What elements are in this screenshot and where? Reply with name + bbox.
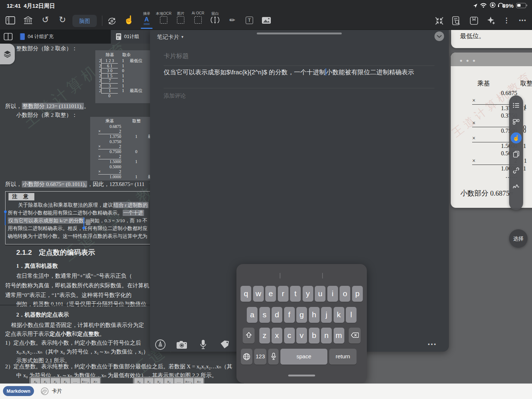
margin-icon[interactable] <box>211 16 219 26</box>
key-u[interactable]: u <box>315 286 325 302</box>
more-horizontal-icon[interactable]: ••• <box>519 17 527 23</box>
doc-search-icon[interactable] <box>452 16 460 27</box>
card-mode-label[interactable]: 卡片 <box>52 388 62 395</box>
popup-more-icon[interactable]: ••• <box>428 341 437 347</box>
selection-handle-end[interactable] <box>82 227 85 229</box>
card-col-header: 乘基 <box>477 79 490 88</box>
popup-title[interactable]: 笔记卡片 ▼ <box>157 34 184 41</box>
sync-icon[interactable] <box>107 16 117 27</box>
mindmap-button[interactable]: 脑图 <box>72 15 97 27</box>
paperclip-icon[interactable] <box>41 387 49 397</box>
space-key[interactable]: space <box>280 349 327 365</box>
redo-icon[interactable]: ↻ <box>59 15 66 25</box>
ai-ocr-icon[interactable] <box>194 16 202 25</box>
clock: 12:41 <box>7 3 21 9</box>
location-icon <box>473 3 478 10</box>
selection-menu-widget[interactable] <box>86 219 91 225</box>
card-title-bar[interactable]: ● ● ● <box>451 53 532 66</box>
wifi-icon <box>480 3 487 9</box>
key-p[interactable]: p <box>352 286 363 302</box>
collapse-card-button[interactable] <box>434 31 444 41</box>
shift-key[interactable] <box>243 328 255 344</box>
key-h[interactable]: h <box>309 307 320 323</box>
card-tool-pill[interactable]: ☝ <box>509 95 523 210</box>
key-k[interactable]: k <box>334 307 344 323</box>
key-c[interactable]: c <box>284 328 295 344</box>
comment-input[interactable]: 添加评论 <box>164 92 186 99</box>
panels-icon[interactable] <box>6 16 15 26</box>
undo-icon[interactable]: ↺ <box>42 15 49 25</box>
key-o[interactable]: o <box>340 286 350 302</box>
split-view-icon[interactable] <box>4 33 13 42</box>
markdown-toggle-button[interactable]: Markdown <box>3 386 34 396</box>
copy-icon[interactable] <box>511 149 522 160</box>
camera-icon[interactable] <box>176 339 188 351</box>
key-j[interactable]: j <box>321 307 332 323</box>
key-x[interactable]: x <box>272 328 282 344</box>
selection-handle-end-stem[interactable] <box>83 217 84 227</box>
ai-sparkles-icon[interactable] <box>487 16 496 27</box>
key-m[interactable]: m <box>334 328 344 344</box>
key-t[interactable]: t <box>290 286 301 302</box>
note-box-label: 注 意 <box>8 193 34 200</box>
dictation-key[interactable] <box>268 349 279 365</box>
image-clip-icon[interactable] <box>177 16 184 25</box>
backspace-key[interactable] <box>349 328 361 344</box>
key-n[interactable]: n <box>321 328 332 344</box>
mic-icon[interactable] <box>197 339 209 351</box>
selection-handle-start-stem[interactable] <box>5 213 6 225</box>
tab-document[interactable]: 04 计组扩充 <box>15 30 59 44</box>
draw-pen-icon[interactable] <box>154 339 166 351</box>
outline-list-icon[interactable] <box>511 100 522 111</box>
pencil-icon[interactable]: ✏ <box>229 16 235 24</box>
insert-image-icon[interactable] <box>262 17 271 25</box>
drag-handle[interactable] <box>257 33 342 34</box>
key-w[interactable]: w <box>253 286 264 302</box>
card-text: 最低位。 <box>460 32 485 40</box>
hand-tool-icon[interactable]: ☝ <box>124 15 134 25</box>
bit-cell: x₃ <box>164 378 174 383</box>
text-frame-icon[interactable]: T <box>246 17 253 24</box>
link-icon[interactable] <box>511 165 522 176</box>
bookmark-icon[interactable] <box>470 17 478 26</box>
tag-icon[interactable] <box>219 339 231 351</box>
table-row: 211最高位 <box>95 88 153 94</box>
key-l[interactable]: l <box>346 307 357 323</box>
note-line: 确地转换为十进制小数。这一特性在浮点数的表示与运算中尤为 <box>8 233 147 240</box>
bit-cell: x₀ <box>134 378 144 383</box>
excerpt-tool-icon[interactable]: A <box>144 16 150 25</box>
key-e[interactable]: e <box>265 286 276 302</box>
cards-view-icon[interactable] <box>511 116 522 127</box>
key-f[interactable]: f <box>284 307 295 323</box>
key-s[interactable]: s <box>259 307 270 323</box>
table-row: 0.75000 <box>98 149 121 154</box>
numbers-key[interactable]: 123 <box>254 349 266 365</box>
key-y[interactable]: y <box>303 286 313 302</box>
key-b[interactable]: b <box>309 328 320 344</box>
key-r[interactable]: r <box>278 286 289 302</box>
more-vertical-icon[interactable]: ⋮ <box>503 16 510 24</box>
tab-notebook[interactable]: 01计组 <box>111 30 151 44</box>
library-icon[interactable] <box>23 16 33 26</box>
card-title-input[interactable]: 卡片标题 <box>164 52 189 60</box>
local-ocr-icon[interactable] <box>160 16 167 25</box>
card-text-input[interactable]: 仅当它可以表示成形如$\frac{k}{2^n}$ 的分数，一个十进制小数能被有… <box>164 68 414 77</box>
key-a[interactable]: a <box>247 307 258 323</box>
key-z[interactable]: z <box>259 328 270 344</box>
keyboard-drag-handle[interactable] <box>288 375 315 376</box>
scribble-icon[interactable] <box>511 181 522 192</box>
key-g[interactable]: g <box>296 307 307 323</box>
return-key[interactable]: return <box>329 349 357 365</box>
collapse-icon[interactable] <box>435 17 444 26</box>
globe-key[interactable] <box>241 349 252 365</box>
floating-keyboard[interactable]: qwertyuiop asdfghjkl zxcvbnm 123 space r… <box>236 264 367 383</box>
key-d[interactable]: d <box>272 307 282 323</box>
key-v[interactable]: v <box>296 328 307 344</box>
select-mode-button[interactable]: 选择 <box>509 229 528 248</box>
key-q[interactable]: q <box>241 286 251 302</box>
key-i[interactable]: i <box>327 286 338 302</box>
layers-pullout-tab[interactable] <box>0 44 15 64</box>
table-row: 23 00 <box>95 68 153 74</box>
hand-select-icon-active[interactable]: ☝ <box>511 132 522 143</box>
excerpt-card-partial[interactable]: 最低位。 <box>451 27 532 48</box>
